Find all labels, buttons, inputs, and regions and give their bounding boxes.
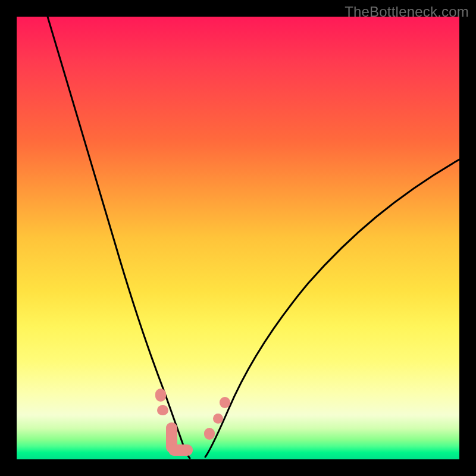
curve-layer bbox=[17, 17, 459, 459]
attribution-text: TheBottleneck.com bbox=[345, 4, 469, 20]
left-mid-blob bbox=[157, 405, 168, 415]
chart-canvas: TheBottleneck.com bbox=[0, 0, 476, 476]
left-top-blob bbox=[155, 389, 166, 402]
bottom-bar bbox=[168, 444, 193, 456]
left-curve-path bbox=[48, 17, 190, 458]
right-curve-path bbox=[205, 159, 459, 457]
right-top-blob bbox=[220, 397, 230, 408]
right-lower-blob bbox=[204, 428, 215, 439]
plot-area bbox=[17, 17, 459, 459]
